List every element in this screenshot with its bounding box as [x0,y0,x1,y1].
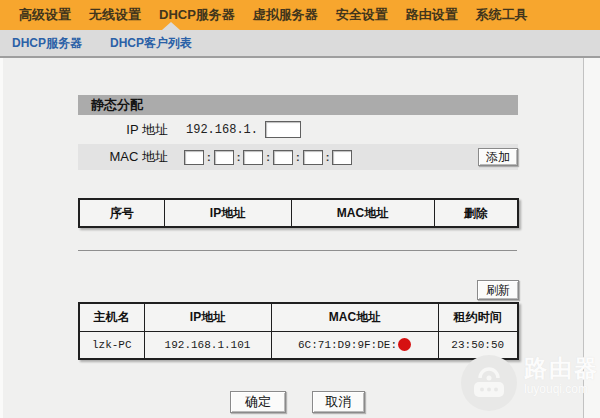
cancel-button[interactable]: 取消 [312,391,365,413]
client-table-header-row: 主机名 IP地址 MAC地址 租约时间 [79,303,518,331]
ip-prefix-text: 192.168.1. [186,123,258,137]
subtab-bar: DHCP服务器 DHCP客户列表 [0,30,600,58]
watermark-title: 路由器 [524,354,599,382]
mac-input-group: ::::: [184,150,352,165]
client-hostname: lzk-PC [79,331,144,359]
static-entries-table: 序号 IP地址 MAC地址 删除 [78,198,519,228]
col-header-delete: 删除 [434,199,518,227]
menu-item-routing-settings[interactable]: 路由设置 [397,6,467,24]
col-header-ip: IP地址 [164,199,291,227]
mac-separator: : [237,151,241,163]
ip-last-octet-input[interactable] [265,121,301,138]
menu-item-system-tools[interactable]: 系统工具 [467,6,537,24]
router-admin-page: 高级设置 无线设置 DHCP服务器 虚拟服务器 安全设置 路由设置 系统工具 D… [0,0,600,418]
col-header-mac: MAC地址 [291,199,434,227]
col-header-hostname: 主机名 [79,303,144,331]
client-ip: 192.168.1.101 [144,331,271,359]
static-allocation-header: 静态分配 [78,95,518,115]
client-mac-text: 6C:71:D9:9F:DE: [298,339,397,351]
mac-input-3[interactable] [243,150,263,165]
refresh-button[interactable]: 刷新 [477,280,519,300]
mac-separator: : [296,151,300,163]
ip-address-row: IP 地址 192.168.1. [78,117,518,142]
ip-address-label: IP 地址 [78,121,168,139]
client-mac: 6C:71:D9:9F:DE: [271,331,438,359]
menu-item-virtual-server[interactable]: 虚拟服务器 [244,6,327,24]
col-header-lease-time: 租约时间 [438,303,518,331]
content-panel: 静态分配 IP 地址 192.168.1. MAC 地址 ::::: 添加 序号… [0,58,584,418]
section-divider [78,250,517,251]
client-table-row: lzk-PC 192.168.1.101 6C:71:D9:9F:DE: 23:… [79,331,518,359]
menu-item-wireless-settings[interactable]: 无线设置 [80,6,150,24]
static-table-header-row: 序号 IP地址 MAC地址 删除 [79,199,518,227]
tab-dhcp-client-list[interactable]: DHCP客户列表 [110,35,192,52]
mac-address-row: MAC 地址 ::::: 添加 [78,144,518,170]
mac-privacy-dot-icon [398,338,411,351]
mac-separator: : [207,151,211,163]
mac-address-label: MAC 地址 [78,148,168,166]
col-header-ip: IP地址 [144,303,271,331]
ok-button[interactable]: 确定 [230,391,286,413]
watermark-text: 路由器 luyouqi.com [524,354,599,416]
dhcp-client-table: 主机名 IP地址 MAC地址 租约时间 lzk-PC 192.168.1.101… [78,302,519,360]
mac-input-2[interactable] [214,150,234,165]
top-menubar: 高级设置 无线设置 DHCP服务器 虚拟服务器 安全设置 路由设置 系统工具 [0,0,600,30]
mac-input-4[interactable] [273,150,293,165]
router-logo-icon [460,354,518,412]
col-header-index: 序号 [79,199,164,227]
menu-item-advanced-settings[interactable]: 高级设置 [10,6,80,24]
add-button[interactable]: 添加 [478,148,518,166]
mac-input-1[interactable] [184,150,204,165]
menu-item-security-settings[interactable]: 安全设置 [327,6,397,24]
mac-input-6[interactable] [332,150,352,165]
site-watermark: 路由器 luyouqi.com [460,354,600,416]
mac-separator: : [326,151,330,163]
col-header-mac: MAC地址 [271,303,438,331]
watermark-domain: luyouqi.com [524,382,599,396]
mac-input-5[interactable] [303,150,323,165]
tab-dhcp-server[interactable]: DHCP服务器 [12,35,82,52]
active-menu-pointer-icon [162,22,180,30]
mac-separator: : [266,151,270,163]
